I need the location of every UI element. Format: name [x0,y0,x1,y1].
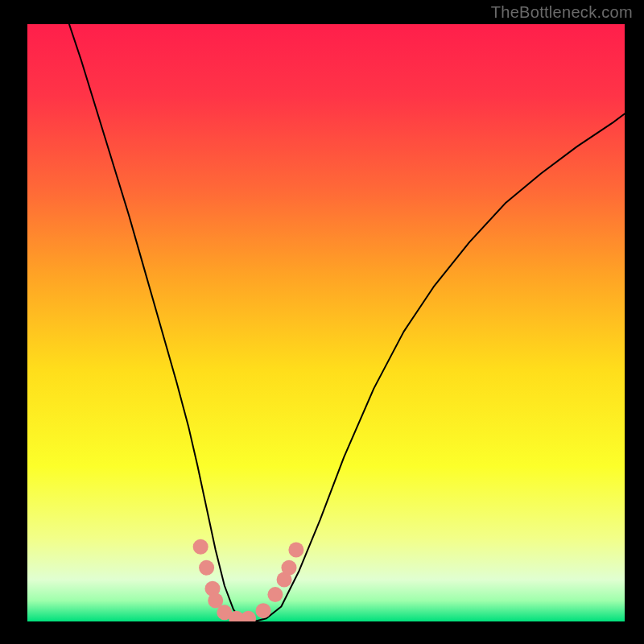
heatmap-background [27,24,625,621]
highlight-dot [256,603,271,618]
highlight-dot [288,542,303,557]
chart-svg [27,24,625,621]
highlight-dot [193,539,208,555]
highlight-dot [282,560,297,576]
chart-stage: TheBottleneck.com [0,0,644,644]
watermark-text: TheBottleneck.com [491,3,633,22]
highlight-dot [199,560,214,576]
highlight-dot [267,587,283,602]
plot-frame [27,24,625,621]
